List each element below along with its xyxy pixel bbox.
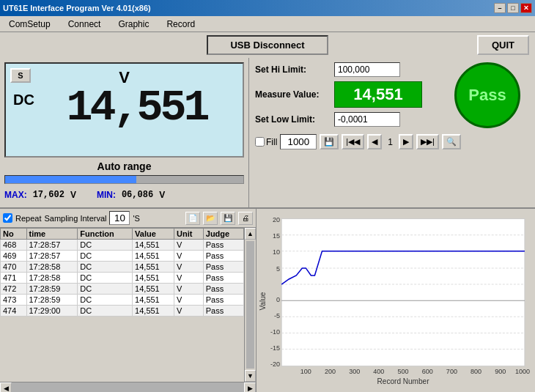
menu-record[interactable]: Record [160, 18, 201, 31]
menu-connect[interactable]: Connect [62, 18, 107, 31]
min-unit: V [159, 190, 165, 200]
right-panel: Set Hi Limit: Measure Value: 14,551 Set … [249, 58, 535, 207]
svg-text:Record Number: Record Number [377, 377, 430, 385]
svg-text:600: 600 [422, 368, 433, 375]
app-title: UT61E Interface Program Ver 4.01(x86) [3, 4, 151, 12]
svg-text:5: 5 [276, 265, 280, 273]
chart-container: Value 20 15 10 5 0 [259, 212, 532, 391]
svg-text:-15: -15 [270, 345, 280, 352]
svg-text:10: 10 [273, 248, 280, 256]
new-icon[interactable]: 📄 [185, 212, 200, 225]
col-function: Function [78, 229, 133, 240]
col-time: time [26, 229, 78, 240]
pass-indicator: Pass [454, 62, 520, 128]
max-unit: V [70, 190, 76, 200]
nav-prev-button[interactable]: ◀ [367, 134, 382, 149]
table-row[interactable]: 47017:28:58DC14,551VPass [1, 262, 244, 273]
maxmin-row: MAX: 17,602 V MIN: 06,086 V [4, 187, 244, 203]
progress-bar [4, 175, 244, 184]
max-value: 17,602 [33, 190, 64, 200]
chart-svg: Value 20 15 10 5 0 [259, 212, 532, 391]
quit-button[interactable]: QUIT [477, 35, 529, 55]
scroll-thumb[interactable] [246, 241, 254, 369]
svg-text:400: 400 [373, 368, 384, 375]
usb-bar: USB Disconnect QUIT [0, 32, 535, 58]
horizontal-scrollbar[interactable]: ◀ ▶ [0, 382, 256, 392]
meter-display: S V DC 14,551 [4, 62, 244, 158]
vertical-scrollbar[interactable]: ▲ ▼ [244, 228, 256, 382]
table-row[interactable]: 47217:28:59DC14,551VPass [1, 284, 244, 295]
close-button[interactable]: ✕ [520, 3, 532, 13]
fill-checkbox-area: Fill [255, 137, 277, 147]
save-button[interactable]: 💾 [320, 134, 339, 149]
pass-label: Pass [468, 86, 506, 105]
right-content: Set Hi Limit: Measure Value: 14,551 Set … [255, 62, 529, 127]
svg-text:300: 300 [349, 368, 360, 375]
page-number: 1 [385, 137, 396, 147]
open-icon[interactable]: 📂 [203, 212, 218, 225]
title-bar: UT61E Interface Program Ver 4.01(x86) – … [0, 0, 535, 16]
col-judge: Judge [203, 229, 243, 240]
table-row[interactable]: 46917:28:57DC14,551VPass [1, 251, 244, 262]
sampling-unit: 'S [133, 214, 139, 223]
scroll-up-button[interactable]: ▲ [245, 228, 256, 240]
s-button[interactable]: S [10, 68, 31, 83]
scroll-right-button[interactable]: ▶ [244, 382, 256, 392]
svg-text:700: 700 [446, 368, 457, 375]
controls-bar: Fill 💾 |◀◀ ◀ 1 ▶ ▶▶| 🔍 [255, 131, 529, 152]
svg-text:100: 100 [300, 368, 311, 375]
low-limit-label: Set Low Limit: [255, 114, 328, 125]
measure-value: 14,551 [334, 81, 422, 108]
meter-panel: S V DC 14,551 Auto range MAX: 17,602 V M… [0, 58, 249, 207]
table-area: Repeat Sampling Interval 'S 📄 📂 💾 🖨 No [0, 209, 257, 392]
menu-comsetup[interactable]: ComSetup [3, 18, 56, 31]
max-label: MAX: [4, 190, 27, 200]
main-area: USB Disconnect QUIT S V DC 14,551 Auto r… [0, 32, 535, 392]
maximize-button[interactable]: □ [507, 3, 519, 13]
meter-value: 14,551 [35, 86, 238, 130]
svg-text:-5: -5 [274, 312, 280, 319]
scroll-left-button[interactable]: ◀ [0, 382, 12, 392]
nav-last-button[interactable]: ▶▶| [416, 134, 439, 149]
svg-text:1000: 1000 [515, 368, 530, 375]
table-row[interactable]: 46817:28:57DC14,551VPass [1, 240, 244, 251]
svg-text:500: 500 [398, 368, 409, 375]
table-row[interactable]: 47117:28:58DC14,551VPass [1, 273, 244, 284]
table-row[interactable]: 47317:28:59DC14,551VPass [1, 295, 244, 306]
table-scroll: No time Function Value Unit Judge 46817:… [0, 228, 256, 382]
scroll-down-button[interactable]: ▼ [245, 370, 256, 382]
repeat-checkbox[interactable] [3, 213, 12, 223]
print-icon[interactable]: 🖨 [238, 212, 253, 225]
fill-checkbox[interactable] [255, 137, 265, 147]
table-row[interactable]: 47417:29:00DC14,551VPass [1, 306, 244, 317]
svg-rect-0 [281, 219, 525, 366]
menu-bar: ComSetup Connect Graphic Record [0, 16, 535, 32]
min-value: 06,086 [122, 190, 153, 200]
nav-next-button[interactable]: ▶ [399, 134, 413, 149]
sampling-input[interactable] [109, 211, 130, 225]
fill-label: Fill [266, 137, 277, 147]
col-value: Value [133, 229, 174, 240]
window-controls: – □ ✕ [494, 3, 532, 13]
col-no: No [1, 229, 27, 240]
svg-text:200: 200 [325, 368, 336, 375]
hi-limit-input[interactable] [334, 62, 400, 77]
zoom-button[interactable]: 🔍 [442, 134, 461, 149]
svg-text:900: 900 [495, 368, 506, 375]
chart-area: Value 20 15 10 5 0 [257, 209, 535, 392]
table-container: No time Function Value Unit Judge 46817:… [0, 228, 244, 382]
data-table: No time Function Value Unit Judge 46817:… [0, 228, 244, 317]
save-icon[interactable]: 💾 [221, 212, 235, 225]
svg-text:-10: -10 [270, 328, 280, 336]
meter-function: DC [13, 92, 34, 108]
menu-graphic[interactable]: Graphic [112, 18, 155, 31]
hi-limit-label: Set Hi Limit: [255, 64, 328, 75]
minimize-button[interactable]: – [494, 3, 506, 13]
record-num-input[interactable] [280, 134, 317, 149]
min-label: MIN: [97, 190, 116, 200]
nav-first-button[interactable]: |◀◀ [342, 134, 364, 149]
low-limit-input[interactable] [334, 112, 400, 127]
scroll-track [12, 382, 244, 392]
bottom-section: Repeat Sampling Interval 'S 📄 📂 💾 🖨 No [0, 208, 535, 392]
repeat-label: Repeat [15, 214, 41, 223]
